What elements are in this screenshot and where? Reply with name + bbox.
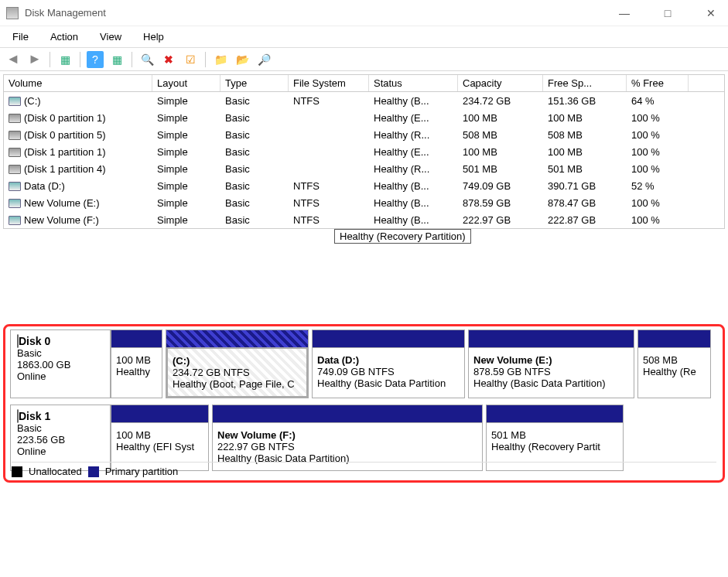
partition-body: New Volume (E:)878.59 GB NTFSHealthy (Ba… xyxy=(469,347,634,398)
close-button[interactable]: ✕ xyxy=(700,5,722,21)
table-header: Volume Layout Type File System Status Ca… xyxy=(4,75,724,92)
volume-icon xyxy=(9,114,21,123)
partition-header xyxy=(213,405,482,422)
refresh-icon[interactable]: 🔎 xyxy=(255,51,272,68)
partition-header xyxy=(469,330,634,347)
table-row[interactable]: (C:)SimpleBasicNTFSHealthy (B...234.72 G… xyxy=(4,92,724,109)
table-row[interactable]: (Disk 0 partition 5)SimpleBasicHealthy (… xyxy=(4,126,724,143)
table-row[interactable]: Data (D:)SimpleBasicNTFSHealthy (B...749… xyxy=(4,177,724,194)
window-title: Disk Management xyxy=(25,7,614,19)
menubar: File Action View Help xyxy=(0,26,728,48)
partition-box[interactable]: New Volume (E:)878.59 GB NTFSHealthy (Ba… xyxy=(468,329,634,398)
legend-primary-swatch xyxy=(88,466,99,477)
volume-icon xyxy=(9,148,21,157)
volume-table: Volume Layout Type File System Status Ca… xyxy=(3,74,725,229)
titlebar: Disk Management — □ ✕ xyxy=(0,0,728,26)
menu-action[interactable]: Action xyxy=(46,29,83,44)
legend-primary-label: Primary partition xyxy=(105,466,179,477)
col-capacity[interactable]: Capacity xyxy=(458,75,543,91)
export-icon[interactable]: 📂 xyxy=(234,51,251,68)
col-layout[interactable]: Layout xyxy=(152,75,220,91)
menu-view[interactable]: View xyxy=(95,29,126,44)
delete-icon[interactable]: ✖ xyxy=(160,51,177,68)
disk-icon xyxy=(17,409,19,423)
maximize-button[interactable]: □ xyxy=(657,5,678,21)
col-type[interactable]: Type xyxy=(220,75,289,91)
volume-icon xyxy=(9,216,21,225)
partition-box[interactable]: (C:)234.72 GB NTFSHealthy (Boot, Page Fi… xyxy=(166,329,309,398)
table-row[interactable]: New Volume (F:)SimpleBasicNTFSHealthy (B… xyxy=(4,211,724,228)
tooltip: Healthy (Recovery Partition) xyxy=(334,229,471,244)
volume-icon xyxy=(9,131,21,140)
volume-icon xyxy=(9,97,21,106)
disk-panel: Disk 0Basic1863.00 GBOnline100 MBHealthy… xyxy=(3,324,725,483)
col-free[interactable]: Free Sp... xyxy=(543,75,627,91)
legend-unallocated-label: Unallocated xyxy=(29,466,82,477)
partition-header xyxy=(313,330,464,347)
table-row[interactable]: (Disk 0 partition 1)SimpleBasicHealthy (… xyxy=(4,109,724,126)
back-button[interactable]: ◄ xyxy=(5,51,22,68)
partition-body: 100 MBHealthy xyxy=(111,347,162,398)
forward-button[interactable]: ► xyxy=(26,51,43,68)
help-icon[interactable]: ? xyxy=(87,51,104,68)
disk-map: 100 MBHealthy(C:)234.72 GB NTFSHealthy (… xyxy=(111,329,718,398)
partition-body: (C:)234.72 GB NTFSHealthy (Boot, Page Fi… xyxy=(166,347,308,398)
search-icon[interactable]: 🔍 xyxy=(138,51,156,68)
volume-icon xyxy=(9,199,21,208)
partition-header xyxy=(111,330,162,347)
table-row[interactable]: (Disk 1 partition 1)SimpleBasicHealthy (… xyxy=(4,143,724,160)
import-icon[interactable]: 📁 xyxy=(212,51,229,68)
disk-row: Disk 0Basic1863.00 GBOnline100 MBHealthy… xyxy=(10,329,718,398)
check-icon[interactable]: ☑ xyxy=(182,51,199,68)
partition-box[interactable]: Data (D:)749.09 GB NTFSHealthy (Basic Da… xyxy=(312,329,465,398)
col-fs[interactable]: File System xyxy=(289,75,369,91)
properties-icon[interactable]: ▦ xyxy=(108,51,125,68)
legend-unallocated-swatch xyxy=(12,466,22,477)
partition-header xyxy=(638,330,710,347)
col-status[interactable]: Status xyxy=(369,75,458,91)
menu-file[interactable]: File xyxy=(8,29,33,44)
partition-header xyxy=(487,405,623,422)
app-icon xyxy=(6,7,19,19)
menu-help[interactable]: Help xyxy=(138,29,169,44)
toolbar: ◄ ► ▦ ? ▦ 🔍 ✖ ☑ 📁 📂 🔎 xyxy=(0,48,728,71)
separator xyxy=(205,52,206,67)
minimize-button[interactable]: — xyxy=(614,5,635,21)
table-row[interactable]: New Volume (E:)SimpleBasicNTFSHealthy (B… xyxy=(4,194,724,211)
separator xyxy=(132,52,132,67)
partition-header xyxy=(111,405,208,422)
partition-body: Data (D:)749.09 GB NTFSHealthy (Basic Da… xyxy=(313,347,464,398)
partition-box[interactable]: 100 MBHealthy xyxy=(111,329,162,398)
legend: Unallocated Primary partition xyxy=(12,462,716,477)
partition-box[interactable]: 508 MBHealthy (Re xyxy=(637,329,711,398)
volume-icon xyxy=(9,165,21,174)
col-pct[interactable]: % Free xyxy=(627,75,689,91)
disk-icon xyxy=(17,334,19,348)
table-row[interactable]: (Disk 1 partition 4)SimpleBasicHealthy (… xyxy=(4,160,724,177)
partition-header xyxy=(166,330,308,347)
col-volume[interactable]: Volume xyxy=(4,75,152,91)
separator xyxy=(80,52,80,67)
partition-body: 508 MBHealthy (Re xyxy=(638,347,710,398)
list-view-icon[interactable]: ▦ xyxy=(56,51,73,68)
disk-info[interactable]: Disk 0Basic1863.00 GBOnline xyxy=(10,329,111,398)
separator xyxy=(50,52,50,67)
volume-icon xyxy=(9,182,21,191)
table-body: (C:)SimpleBasicNTFSHealthy (B...234.72 G… xyxy=(4,92,724,228)
